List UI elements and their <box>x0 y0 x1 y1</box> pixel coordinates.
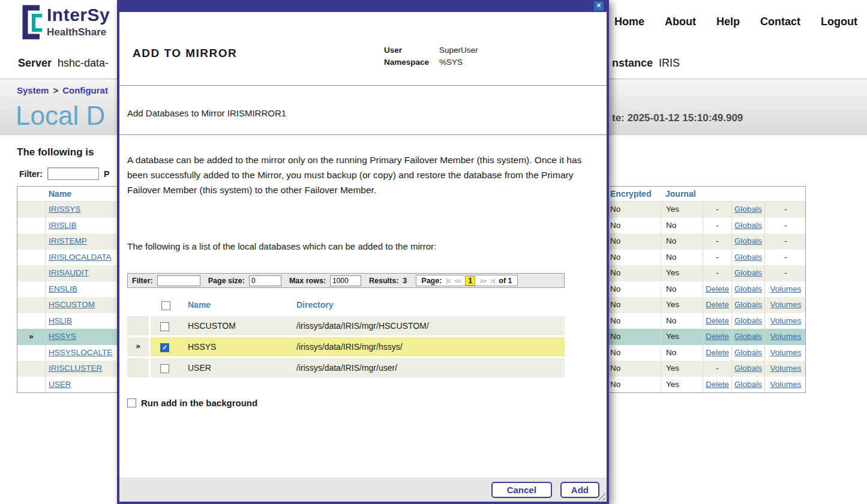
filter-input[interactable] <box>157 275 200 286</box>
row-marker <box>17 345 46 361</box>
globals-link[interactable]: Globals <box>734 268 762 277</box>
globals-link[interactable]: Globals <box>734 221 762 230</box>
delete-link[interactable]: Delete <box>706 348 729 357</box>
db-name-cell: IRISLIB <box>49 218 77 234</box>
nav-contact[interactable]: Contact <box>760 16 800 28</box>
delete-link[interactable]: Delete <box>706 332 729 341</box>
add-to-mirror-dialog: × ADD TO MIRROR UserSuperUser Namespace%… <box>117 0 609 504</box>
bg-pagesize-label: P <box>104 169 109 179</box>
globals-link[interactable]: Globals <box>734 364 762 373</box>
volumes-link[interactable]: Volumes <box>770 284 802 293</box>
delete-empty: - <box>716 236 719 245</box>
cancel-button[interactable]: Cancel <box>491 482 552 498</box>
volumes-link[interactable]: Volumes <box>770 332 802 341</box>
db-name-link[interactable]: USER <box>49 380 71 389</box>
db-name-link[interactable]: IRISSYS <box>49 205 80 214</box>
globals-link[interactable]: Globals <box>734 253 762 262</box>
row-marker <box>17 218 46 234</box>
page-size-input[interactable] <box>249 275 281 286</box>
delete-empty: - <box>716 268 719 277</box>
db-name-cell: USER <box>49 377 71 393</box>
run-in-background-checkbox[interactable] <box>127 398 136 407</box>
select-db-checkbox[interactable] <box>160 343 169 352</box>
volumes-link[interactable]: Volumes <box>770 380 802 389</box>
db-name-link[interactable]: IRISLOCALDATA <box>49 253 112 262</box>
delete-link[interactable]: Delete <box>706 300 729 309</box>
delete-cell: - <box>703 233 731 250</box>
pager-current-page[interactable]: 1 <box>465 276 475 286</box>
select-db-checkbox[interactable] <box>160 322 169 331</box>
encrypted-cell: No <box>605 281 661 298</box>
nav-about[interactable]: About <box>665 16 696 28</box>
namespace-label: Namespace <box>384 56 439 68</box>
header-divider <box>119 85 607 86</box>
select-db-checkbox[interactable] <box>160 364 169 373</box>
volumes-empty: - <box>784 236 787 245</box>
delete-link[interactable]: Delete <box>706 284 729 293</box>
db-name: HSCUSTOM <box>188 321 236 331</box>
delete-link[interactable]: Delete <box>706 380 729 389</box>
db-name-link[interactable]: ENSLIB <box>49 284 77 293</box>
delete-link[interactable]: Delete <box>706 316 729 325</box>
close-icon[interactable]: × <box>594 1 604 11</box>
db-name-link[interactable]: IRISLIB <box>49 221 77 230</box>
globals-link[interactable]: Globals <box>734 332 762 341</box>
delete-cell: Delete <box>703 281 731 298</box>
pager-first-icon[interactable]: |< <box>446 277 450 284</box>
db-name-link[interactable]: HSSYS <box>49 332 76 341</box>
encrypted-cell: No <box>605 202 661 218</box>
col-header-journal: Journal <box>665 189 696 199</box>
instance-label: nstance <box>612 57 653 69</box>
pager-next-icon[interactable]: >> <box>479 277 486 284</box>
row-marker <box>17 377 46 393</box>
nav-logout[interactable]: Logout <box>821 16 857 28</box>
add-button[interactable]: Add <box>560 482 599 498</box>
breadcrumb-configuration[interactable]: Configurat <box>62 85 108 95</box>
volumes-link[interactable]: Volumes <box>770 348 802 357</box>
row-marker <box>17 202 46 218</box>
db-name-cell: HSSYSLOCALTE <box>49 345 112 361</box>
mirror-candidate-row: USER/irissys/data/IRIS/mgr/user/ <box>127 358 565 377</box>
globals-link[interactable]: Globals <box>734 316 762 325</box>
breadcrumb-system[interactable]: System <box>17 85 49 95</box>
globals-link[interactable]: Globals <box>734 284 762 293</box>
globals-link[interactable]: Globals <box>734 300 762 309</box>
pager: Page: |< << 1 >> >| of 1 <box>416 275 517 286</box>
db-name-link[interactable]: IRISCLUSTER <box>49 364 102 373</box>
pager-prev-icon[interactable]: << <box>455 277 461 284</box>
encrypted-cell: No <box>605 361 661 377</box>
globals-cell: Globals <box>731 233 764 250</box>
select-all-checkbox[interactable] <box>161 301 170 310</box>
db-name-link[interactable]: IRISAUDIT <box>49 268 89 277</box>
db-name-link[interactable]: IRISTEMP <box>49 236 87 245</box>
globals-cell: Globals <box>731 250 764 266</box>
bg-filter-input[interactable] <box>47 167 99 180</box>
row-marker <box>17 250 46 266</box>
journal-cell: No <box>661 313 703 329</box>
delete-empty: - <box>716 205 719 214</box>
max-rows-input[interactable] <box>330 275 361 286</box>
delete-cell: Delete <box>703 313 731 329</box>
globals-link[interactable]: Globals <box>734 380 762 389</box>
globals-link[interactable]: Globals <box>734 236 762 245</box>
page-size-label: Page size: <box>208 277 245 285</box>
nav-help[interactable]: Help <box>716 16 740 28</box>
row-marker: » <box>17 329 46 345</box>
volumes-link[interactable]: Volumes <box>770 300 802 309</box>
db-name-cell: HSLIB <box>49 313 72 329</box>
globals-link[interactable]: Globals <box>734 205 762 214</box>
db-name-cell: HSSYS <box>49 329 76 345</box>
db-name-link[interactable]: HSCUSTOM <box>49 300 95 309</box>
nav-home[interactable]: Home <box>614 16 644 28</box>
breadcrumb-separator: > <box>49 85 62 95</box>
globals-link[interactable]: Globals <box>734 348 762 357</box>
volumes-link[interactable]: Volumes <box>770 316 802 325</box>
globals-cell: Globals <box>731 202 764 218</box>
volumes-cell: Volumes <box>764 377 806 393</box>
volumes-link[interactable]: Volumes <box>770 364 802 373</box>
pager-last-icon[interactable]: >| <box>490 277 494 284</box>
row-marker <box>127 316 149 335</box>
db-name-link[interactable]: HSLIB <box>49 316 72 325</box>
db-name-link[interactable]: HSSYSLOCALTE <box>49 348 112 357</box>
dialog-titlebar[interactable]: × <box>119 0 607 12</box>
